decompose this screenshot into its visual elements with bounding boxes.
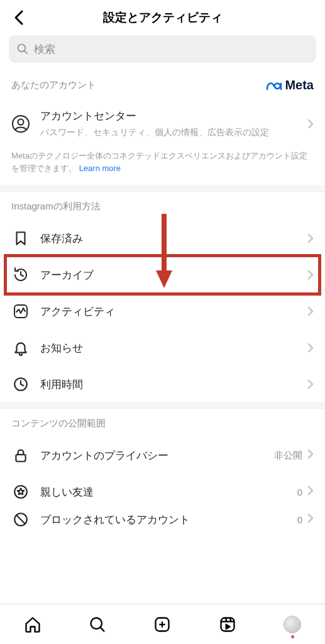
row-close-friends[interactable]: 親しい友達 0	[0, 474, 325, 510]
row-timespent[interactable]: 利用時間	[0, 366, 325, 402]
tab-reels[interactable]	[215, 612, 240, 637]
lock-icon	[11, 446, 30, 465]
tab-search[interactable]	[85, 612, 110, 637]
search-input[interactable]: 検索	[9, 35, 316, 63]
svg-point-0	[18, 45, 26, 52]
row-saved[interactable]: 保存済み	[0, 220, 325, 257]
search-icon	[16, 43, 29, 55]
row-blocked[interactable]: ブロックされているアカウント 0	[0, 510, 325, 529]
home-icon	[24, 616, 41, 633]
chevron-right-icon	[307, 306, 314, 316]
svg-point-12	[91, 618, 102, 629]
reels-icon	[219, 616, 236, 633]
chevron-right-icon	[307, 513, 314, 526]
bookmark-icon	[11, 229, 30, 248]
svg-line-9	[17, 516, 25, 524]
page-title: 設定とアクティビティ	[103, 9, 223, 26]
svg-line-1	[25, 51, 28, 54]
bell-icon	[11, 338, 30, 357]
row-account-center[interactable]: アカウントセンター パスワード、セキュリティ、個人の情報、広告表示の設定	[0, 100, 325, 147]
learn-more-link[interactable]: Learn more	[79, 164, 121, 173]
close-friends-count: 0	[297, 487, 302, 497]
blocked-count: 0	[297, 514, 302, 525]
tab-profile[interactable]	[280, 612, 305, 637]
chevron-right-icon	[307, 270, 314, 280]
svg-point-3	[18, 119, 24, 125]
privacy-value: 非公開	[274, 450, 302, 462]
back-button[interactable]	[6, 5, 31, 30]
block-icon	[11, 510, 30, 529]
archive-history-icon	[11, 265, 30, 284]
row-archive[interactable]: アーカイブ	[0, 257, 325, 293]
avatar-icon	[284, 616, 301, 633]
tab-bar	[0, 604, 325, 644]
search-placeholder: 検索	[34, 42, 55, 57]
chevron-right-icon	[307, 119, 314, 129]
row-activity[interactable]: アクティビティ	[0, 293, 325, 330]
chevron-right-icon	[307, 233, 314, 243]
plus-square-icon	[153, 616, 171, 633]
section-divider	[0, 186, 325, 192]
notification-dot	[291, 635, 294, 638]
tab-home[interactable]	[20, 612, 45, 637]
account-center-icon	[11, 114, 30, 133]
row-privacy[interactable]: アカウントのプライバシー 非公開	[0, 437, 325, 474]
section-heading-visibility: コンテンツの公開範囲	[0, 409, 325, 437]
svg-line-13	[101, 627, 104, 631]
clock-icon	[11, 375, 30, 394]
chevron-right-icon	[307, 343, 314, 353]
tab-create[interactable]	[150, 612, 175, 637]
row-notifications[interactable]: お知らせ	[0, 330, 325, 366]
section-heading-account: あなたのアカウント Meta	[0, 74, 325, 100]
section-heading-usage: Instagramの利用方法	[0, 192, 325, 220]
svg-rect-17	[221, 618, 234, 631]
meta-logo: Meta	[266, 78, 314, 92]
search-icon	[89, 616, 106, 633]
chevron-right-icon	[307, 379, 314, 389]
section-divider	[0, 402, 325, 409]
star-circle-icon	[11, 482, 30, 501]
svg-rect-6	[16, 455, 25, 462]
chevron-right-icon	[307, 449, 314, 462]
activity-icon	[11, 302, 30, 321]
svg-point-7	[14, 486, 27, 499]
account-note: Metaのテクノロジー全体のコネクテッドエクスペリエンスおよびアカウント設定を管…	[0, 147, 325, 186]
chevron-right-icon	[307, 486, 314, 498]
header: 設定とアクティビティ	[0, 0, 325, 35]
chevron-left-icon	[13, 9, 25, 26]
